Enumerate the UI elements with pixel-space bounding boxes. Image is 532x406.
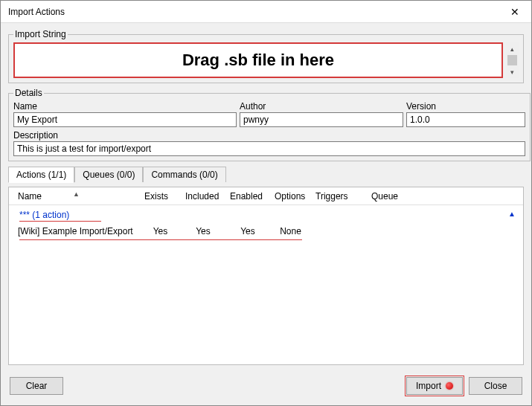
import-string-dropzone[interactable]: Drag .sb file in here [13,42,503,78]
import-string-legend: Import String [13,29,68,39]
col-header-name[interactable]: Name ▲ [13,191,140,202]
tab-strip: Actions (1/1) Queues (0/0) Commands (0/0… [8,166,524,182]
highlight-underline [19,221,101,222]
col-header-included[interactable]: Included [181,191,225,202]
tab-actions[interactable]: Actions (1/1) [8,167,74,183]
group-row[interactable]: *** (1 action) ▲ [9,207,523,223]
cell-name: [Wiki] Example Import/Export [13,226,140,236]
tab-actions-label: Actions (1/1) [16,170,66,180]
grid-body: *** (1 action) ▲ [Wiki] Example Import/E… [9,205,523,364]
grid-header-row: Name ▲ Exists Included Enabled Options T… [9,187,523,205]
import-highlight-box: Import [405,376,464,396]
col-header-options[interactable]: Options [270,191,311,202]
version-input[interactable] [406,112,525,127]
description-input[interactable] [13,141,525,156]
cell-included: Yes [181,226,225,236]
window-close-button[interactable]: ✕ [498,1,531,22]
chevron-up-icon[interactable]: ▲ [508,210,516,218]
details-legend: Details [13,88,44,98]
col-header-enabled[interactable]: Enabled [225,191,270,202]
tab-queues-label: Queues (0/0) [83,170,135,180]
highlight-underline [19,239,302,240]
dropzone-text: Drag .sb file in here [182,51,334,70]
close-button[interactable]: Close [469,377,522,395]
record-dot-icon [446,382,453,390]
name-label: Name [13,101,237,112]
import-actions-dialog: Import Actions ✕ Import String Drag .sb … [0,0,532,406]
import-button[interactable]: Import [406,377,463,395]
scroll-down-icon[interactable]: ▾ [506,65,519,78]
clear-button[interactable]: Clear [10,377,63,395]
author-label: Author [240,101,403,112]
cell-enabled: Yes [225,226,270,236]
details-group: Details Name Author Version Description [8,88,531,161]
col-header-queue[interactable]: Queue [367,191,441,202]
description-label: Description [13,130,525,141]
author-input[interactable] [240,112,403,127]
import-string-group: Import String Drag .sb file in here ▴ ▾ [8,29,524,83]
import-string-scrollbar[interactable]: ▴ ▾ [506,42,519,78]
version-label: Version [406,101,525,112]
close-icon: ✕ [510,6,519,18]
actions-grid: Name ▲ Exists Included Enabled Options T… [8,187,524,365]
tab-commands[interactable]: Commands (0/0) [143,167,225,182]
dialog-content: Import String Drag .sb file in here ▴ ▾ … [1,23,531,368]
col-header-triggers[interactable]: Triggers [311,191,367,202]
titlebar: Import Actions ✕ [1,1,531,23]
dialog-footer: Clear Import Close [1,368,531,405]
table-row[interactable]: [Wiki] Example Import/Export Yes Yes Yes… [9,223,523,239]
name-input[interactable] [13,112,237,127]
col-header-exists[interactable]: Exists [140,191,181,202]
window-title: Import Actions [8,7,65,17]
scroll-thumb[interactable] [507,55,517,65]
group-row-label: *** (1 action) [19,210,69,220]
tab-queues[interactable]: Queues (0/0) [74,167,143,182]
scroll-up-icon[interactable]: ▴ [506,42,519,55]
cell-options: None [270,226,311,236]
sort-asc-icon: ▲ [73,190,80,198]
cell-exists: Yes [140,226,181,236]
tab-commands-label: Commands (0/0) [151,170,217,180]
